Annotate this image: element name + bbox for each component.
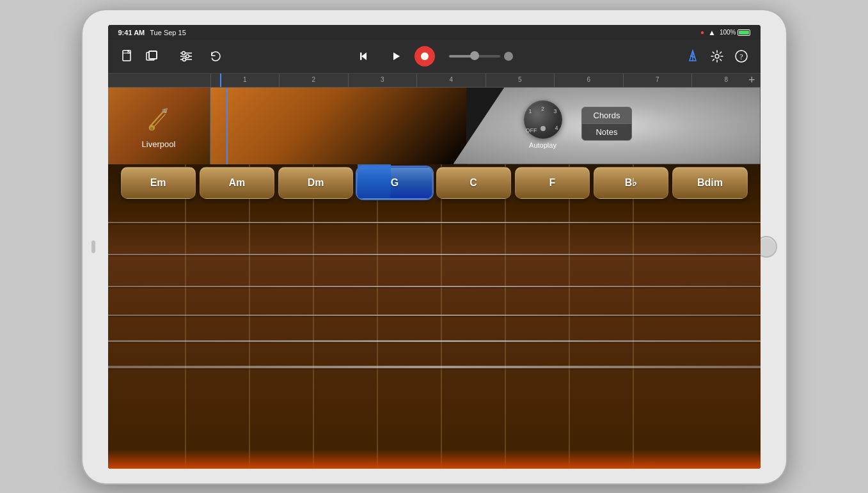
volume-control[interactable] — [449, 52, 513, 61]
toolbar: ? — [108, 40, 761, 74]
timeline-ruler: 1 2 3 4 5 6 7 8 + — [108, 74, 761, 88]
svg-point-16 — [715, 54, 719, 58]
track-name: Liverpool — [142, 139, 176, 149]
battery-percent: 100% — [720, 29, 736, 36]
rewind-button[interactable] — [356, 46, 376, 67]
chords-button[interactable]: Chords — [582, 107, 632, 123]
wifi-icon: ▲ — [708, 28, 716, 37]
ruler-mark-2: 2 — [279, 73, 348, 87]
notes-button[interactable]: Notes — [582, 124, 632, 140]
ruler-marks: 1 2 3 4 5 6 7 8 — [108, 73, 761, 87]
add-track-button[interactable]: + — [748, 74, 755, 87]
ruler-mark-5: 5 — [485, 73, 555, 87]
svg-text:?: ? — [739, 52, 743, 61]
chord-btn-C[interactable]: C — [436, 167, 511, 199]
chord-btn-Dm[interactable]: Dm — [278, 167, 353, 199]
svg-point-25 — [165, 109, 167, 111]
ruler-mark-7: 7 — [623, 73, 692, 87]
chord-btn-G[interactable]: G — [357, 167, 432, 199]
bottom-glow — [108, 450, 761, 469]
ruler-mark-4: 4 — [416, 73, 485, 87]
instrument-icon — [143, 102, 175, 134]
chord-btn-Em[interactable]: Em — [121, 167, 196, 199]
side-button[interactable] — [91, 240, 95, 253]
notification-icon[interactable] — [684, 47, 702, 65]
undo-icon[interactable] — [207, 47, 225, 65]
svg-point-12 — [421, 52, 429, 60]
playhead-arrow — [223, 88, 231, 89]
chord-btn-Bdim[interactable]: Bdim — [672, 167, 747, 199]
string-2 — [108, 254, 761, 255]
help-icon[interactable]: ? — [732, 47, 750, 65]
autoplay-control[interactable]: 2 3 1 4 OFF Autoplay — [524, 100, 562, 149]
string-5 — [108, 340, 761, 342]
active-chord-bar — [358, 164, 391, 198]
string-3 — [108, 286, 761, 287]
mixer-icon[interactable] — [177, 47, 195, 65]
ruler-mark-3: 3 — [348, 73, 417, 87]
main-content: Liverpool 2 3 1 4 — [108, 88, 761, 469]
chord-buttons-row: Em Am Dm G C F B♭ Bdim — [121, 164, 748, 201]
status-bar: 9:41 AM Tue Sep 15 ● ▲ 100% — [108, 25, 761, 40]
svg-point-10 — [182, 58, 185, 61]
document-icon[interactable] — [118, 47, 136, 65]
transport-controls — [356, 46, 513, 67]
string-1 — [108, 222, 761, 223]
screen: 9:41 AM Tue Sep 15 ● ▲ 100% — [108, 25, 761, 469]
toolbar-right: ? — [684, 47, 750, 65]
svg-point-9 — [185, 55, 189, 58]
play-button[interactable] — [385, 46, 406, 67]
settings-icon[interactable] — [708, 47, 726, 65]
track-background-warm — [210, 88, 466, 164]
ruler-playhead — [220, 74, 221, 87]
chord-btn-Bb[interactable]: B♭ — [594, 167, 668, 199]
autoplay-knob[interactable]: 2 3 1 4 OFF — [524, 100, 562, 139]
svg-rect-3 — [149, 51, 157, 59]
battery-indicator: 100% — [720, 29, 750, 36]
svg-point-24 — [162, 109, 164, 111]
record-button[interactable] — [414, 46, 435, 67]
chord-notes-selector: Chords Notes — [581, 107, 633, 141]
track-header[interactable]: Liverpool — [108, 88, 210, 164]
fretboard[interactable]: Em Am Dm G C F B♭ Bdim — [108, 164, 761, 469]
ruler-mark-6: 6 — [554, 73, 623, 87]
layers-icon[interactable] — [143, 47, 161, 65]
status-time: 9:41 AM — [118, 29, 145, 36]
timeline-playhead — [226, 88, 228, 164]
ipad-device: 9:41 AM Tue Sep 15 ● ▲ 100% — [83, 10, 786, 483]
timeline-area: 2 3 1 4 OFF Autoplay Chords Notes — [210, 88, 761, 164]
autoplay-label: Autoplay — [529, 141, 556, 149]
volume-knob[interactable] — [504, 52, 513, 61]
chord-btn-Am[interactable]: Am — [200, 167, 274, 199]
string-6 — [108, 366, 761, 368]
svg-point-8 — [182, 52, 185, 55]
knob-indicator — [541, 126, 546, 131]
guitar-strings — [108, 203, 761, 469]
string-4 — [108, 315, 761, 316]
svg-rect-11 — [360, 52, 362, 60]
chord-btn-F[interactable]: F — [515, 167, 590, 199]
status-date: Tue Sep 15 — [150, 29, 185, 36]
status-icons: ● ▲ 100% — [700, 28, 750, 37]
